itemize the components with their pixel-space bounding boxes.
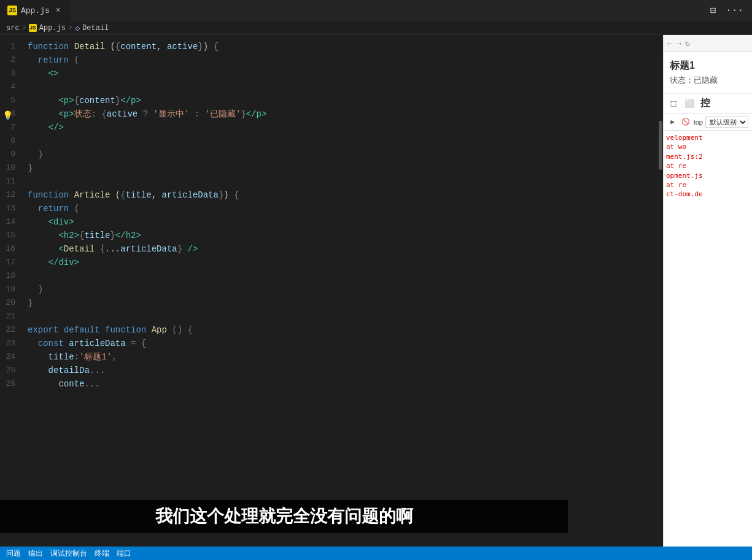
line-num-15: 15: [0, 229, 28, 242]
devtools-block-button[interactable]: 🚫: [680, 117, 691, 128]
line-content-5: <p>{content}</p>: [28, 94, 657, 107]
line-content-19: ): [28, 283, 657, 296]
line-num-21: 21: [0, 310, 28, 323]
line-num-1: 1: [0, 40, 28, 53]
error-line-1: velopment: [666, 133, 750, 142]
line-num-23: 23: [0, 337, 28, 350]
breadcrumb-js-icon: JS: [29, 24, 37, 32]
code-line-16: 16 <Detail {...articleData} />: [0, 242, 657, 256]
line-num-16: 16: [0, 242, 28, 256]
code-line-12: 12 function Article ({title, articleData…: [0, 188, 657, 202]
breadcrumb-src[interactable]: src: [6, 24, 20, 33]
devtools-toolbar: ⬚ ⬜ 控: [664, 94, 752, 113]
devtools-toolbar2: ▶ 🚫 top 默认级别: [664, 113, 752, 131]
code-line-19: 19 ): [0, 283, 657, 296]
line-num-18: 18: [0, 269, 28, 283]
main-area: 1 function Detail ({content, active}) { …: [0, 35, 752, 547]
line-content-6: <p>状态: {active ? '显示中' : '已隐藏'}</p>: [28, 107, 657, 121]
line-num-22: 22: [0, 323, 28, 337]
code-line-21: 21: [0, 310, 657, 323]
devtools-play-button[interactable]: ▶: [667, 117, 678, 128]
preview-status: 状态：已隐藏: [670, 75, 746, 86]
line-content-12: function Article ({title, articleData}) …: [28, 188, 657, 202]
line-num-11: 11: [0, 175, 28, 188]
status-terminal[interactable]: 终端: [95, 548, 109, 559]
level-select[interactable]: 默认级别: [705, 117, 748, 128]
error-line-2: at wo: [666, 142, 750, 152]
line-num-9: 9: [0, 148, 28, 161]
refresh-button[interactable]: ↻: [685, 38, 690, 48]
breadcrumb-appjs[interactable]: JS App.js: [29, 24, 66, 33]
preview-section: 标题1 状态：已隐藏: [664, 52, 752, 94]
error-line-3: ment.js:2: [666, 152, 750, 161]
line-num-14: 14: [0, 215, 28, 229]
scrollbar-thumb: [659, 121, 662, 170]
devtools-content: velopment at wo ment.js:2 at re opment.j…: [664, 131, 752, 547]
line-content-20: }: [28, 296, 657, 310]
line-content-3: <>: [28, 67, 657, 80]
line-content-10: }: [28, 161, 657, 175]
code-line-2: 2 return (: [0, 53, 657, 67]
close-tab-button[interactable]: ×: [53, 6, 63, 15]
code-line-6: 6 💡 <p>状态: {active ? '显示中' : '已隐藏'}</p>: [0, 107, 657, 121]
error-line-7: ct-dom.de: [666, 190, 750, 199]
line-num-7: 7: [0, 121, 28, 134]
code-line-8: 8: [0, 134, 657, 148]
breadcrumb-sep2: >: [68, 24, 72, 33]
code-line-22: 22 export default function App () {: [0, 323, 657, 337]
back-button[interactable]: ←: [667, 39, 672, 48]
code-line-9: 9 ): [0, 148, 657, 161]
subtitle-overlay: 我们这个处理就完全没有问题的啊: [0, 500, 568, 533]
error-line-6: at re: [666, 180, 750, 190]
error-line-4: at re: [666, 161, 750, 171]
tab-filename: App.js: [21, 6, 50, 15]
line-num-17: 17: [0, 256, 28, 269]
line-content-15: <h2>{title}</h2>: [28, 229, 657, 242]
split-editor-button[interactable]: ⊟: [708, 3, 719, 18]
breadcrumb-detail-label: Detail: [82, 24, 109, 33]
line-content-2: return (: [28, 53, 657, 67]
breadcrumb-comp-icon: ◇: [75, 23, 80, 33]
code-line-7: 7 </>: [0, 121, 657, 134]
breadcrumb: src > JS App.js > ◇ Detail: [0, 21, 752, 35]
line-content-26: conte...: [28, 377, 657, 391]
line-content-14: <div>: [28, 215, 657, 229]
code-line-23: 23 const articleData = {: [0, 337, 657, 350]
line-num-4: 4: [0, 80, 28, 94]
app-js-tab[interactable]: JS App.js ×: [0, 0, 71, 21]
line-content-16: <Detail {...articleData} />: [28, 242, 657, 256]
code-editor[interactable]: 1 function Detail ({content, active}) { …: [0, 35, 657, 547]
status-problems[interactable]: 问题: [6, 548, 21, 559]
status-ports[interactable]: 端口: [117, 548, 131, 559]
devtools-section: ⬚ ⬜ 控 ▶ 🚫 top 默认级别 velopment at wo ment.…: [664, 94, 752, 547]
line-content-7: </>: [28, 121, 657, 134]
code-line-14: 14 <div>: [0, 215, 657, 229]
line-content-9: ): [28, 148, 657, 161]
error-line-5: opment.js: [666, 171, 750, 180]
breadcrumb-src-label: src: [6, 24, 20, 33]
code-line-25: 25 detailDa...: [0, 364, 657, 377]
line-num-25: 25: [0, 364, 28, 377]
more-actions-button[interactable]: ···: [723, 4, 746, 17]
subtitle-text: 我们这个处理就完全没有问题的啊: [155, 507, 413, 526]
forward-button[interactable]: →: [676, 39, 681, 48]
breadcrumb-detail[interactable]: ◇ Detail: [75, 23, 109, 33]
line-num-13: 13: [0, 202, 28, 215]
status-debug-console[interactable]: 调试控制台: [50, 548, 87, 559]
line-num-2: 2: [0, 53, 28, 67]
devtools-device-button[interactable]: ⬜: [683, 98, 696, 110]
devtools-inspect-button[interactable]: ⬚: [667, 98, 680, 110]
js-icon: JS: [7, 6, 17, 15]
top-badge: top: [694, 118, 703, 126]
preview-title: 标题1: [670, 59, 746, 72]
breadcrumb-appjs-label: App.js: [39, 24, 66, 33]
status-output[interactable]: 输出: [28, 548, 43, 559]
line-num-19: 19: [0, 283, 28, 296]
line-content-22: export default function App () {: [28, 323, 657, 337]
line-content-17: </div>: [28, 256, 657, 269]
devtools-tab-console[interactable]: 控: [699, 98, 711, 110]
tab-actions: ⊟ ···: [702, 3, 752, 18]
code-line-5: 5 <p>{content}</p>: [0, 94, 657, 107]
code-line-4: 4: [0, 80, 657, 94]
editor-scrollbar[interactable]: [657, 35, 663, 547]
